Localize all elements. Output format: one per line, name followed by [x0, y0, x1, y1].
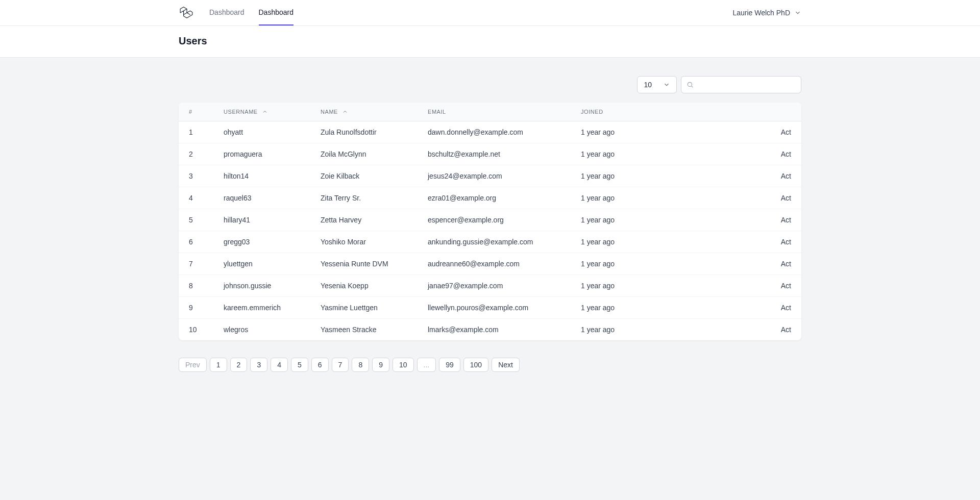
cell-action[interactable]: Act	[638, 165, 801, 187]
cell-action[interactable]: Act	[638, 143, 801, 165]
search-box[interactable]	[681, 76, 801, 93]
page-7[interactable]: 7	[332, 358, 349, 372]
table-row: 2promagueraZoila McGlynnbschultz@example…	[179, 143, 801, 165]
page-header: Users	[0, 26, 980, 58]
table-row: 9kareem.emmerichYasmine Luettgenllewelly…	[179, 297, 801, 319]
cell-index: 4	[179, 187, 214, 209]
cell-joined: 1 year ago	[572, 187, 638, 209]
cell-name: Yasmine Luettgen	[311, 297, 419, 319]
page-ellipsis: ...	[417, 358, 436, 372]
cell-index: 9	[179, 297, 214, 319]
cell-index: 1	[179, 121, 214, 143]
cell-action[interactable]: Act	[638, 253, 801, 275]
page-4[interactable]: 4	[271, 358, 288, 372]
cell-action[interactable]: Act	[638, 319, 801, 341]
page-9[interactable]: 9	[372, 358, 389, 372]
table-row: 10wlegrosYasmeen Strackelmarks@example.c…	[179, 319, 801, 341]
cell-index: 8	[179, 275, 214, 297]
cell-name: Zita Terry Sr.	[311, 187, 419, 209]
cell-username: hillary41	[214, 209, 311, 231]
page-5[interactable]: 5	[291, 358, 308, 372]
cell-joined: 1 year ago	[572, 143, 638, 165]
cell-index: 2	[179, 143, 214, 165]
nav-tab-dashboard-2[interactable]: Dashboard	[259, 0, 294, 26]
cell-email: bschultz@example.net	[419, 143, 572, 165]
svg-point-0	[688, 82, 692, 86]
cell-joined: 1 year ago	[572, 209, 638, 231]
th-index[interactable]: #	[179, 103, 214, 121]
cell-email: jesus24@example.com	[419, 165, 572, 187]
svg-line-1	[692, 86, 693, 88]
page-2[interactable]: 2	[230, 358, 248, 372]
page-size-select[interactable]: 10	[637, 76, 677, 93]
page-10[interactable]: 10	[393, 358, 414, 372]
cell-action[interactable]: Act	[638, 297, 801, 319]
table-row: 8johnson.gussieYesenia Koeppjanae97@exam…	[179, 275, 801, 297]
page-99[interactable]: 99	[439, 358, 460, 372]
user-menu-name: Laurie Welch PhD	[732, 9, 790, 17]
cell-username: promaguera	[214, 143, 311, 165]
page-size-value: 10	[644, 81, 652, 89]
cell-username: gregg03	[214, 231, 311, 253]
page-100[interactable]: 100	[463, 358, 488, 372]
page-8[interactable]: 8	[352, 358, 369, 372]
cell-joined: 1 year ago	[572, 297, 638, 319]
laravel-logo[interactable]	[179, 5, 194, 20]
cell-joined: 1 year ago	[572, 319, 638, 341]
user-menu[interactable]: Laurie Welch PhD	[732, 9, 801, 17]
cell-index: 7	[179, 253, 214, 275]
cell-index: 6	[179, 231, 214, 253]
cell-email: llewellyn.pouros@example.com	[419, 297, 572, 319]
top-nav: Dashboard Dashboard Laurie Welch PhD	[0, 0, 980, 26]
cell-name: Zoie Kilback	[311, 165, 419, 187]
cell-email: espencer@example.org	[419, 209, 572, 231]
cell-name: Yoshiko Morar	[311, 231, 419, 253]
cell-username: wlegros	[214, 319, 311, 341]
cell-index: 3	[179, 165, 214, 187]
cell-index: 5	[179, 209, 214, 231]
cell-action[interactable]: Act	[638, 209, 801, 231]
cell-email: janae97@example.com	[419, 275, 572, 297]
th-actions	[638, 103, 801, 121]
pagination: Prev 12345678910 ... 99100 Next	[179, 358, 801, 372]
cell-name: Zetta Harvey	[311, 209, 419, 231]
cell-username: kareem.emmerich	[214, 297, 311, 319]
table-row: 6gregg03Yoshiko Morarankunding.gussie@ex…	[179, 231, 801, 253]
cell-name: Yesenia Koepp	[311, 275, 419, 297]
page-prev[interactable]: Prev	[179, 358, 207, 372]
cell-email: audreanne60@example.com	[419, 253, 572, 275]
cell-action[interactable]: Act	[638, 275, 801, 297]
search-icon	[687, 81, 694, 88]
table-row: 4raquel63Zita Terry Sr.ezra01@example.or…	[179, 187, 801, 209]
cell-username: raquel63	[214, 187, 311, 209]
cell-action[interactable]: Act	[638, 231, 801, 253]
cell-email: lmarks@example.com	[419, 319, 572, 341]
cell-name: Zoila McGlynn	[311, 143, 419, 165]
cell-index: 10	[179, 319, 214, 341]
cell-action[interactable]: Act	[638, 121, 801, 143]
page-1[interactable]: 1	[210, 358, 227, 372]
users-table: # USERNAME NAME	[179, 103, 801, 340]
cell-joined: 1 year ago	[572, 121, 638, 143]
th-name-label: NAME	[321, 109, 338, 115]
cell-name: Yessenia Runte DVM	[311, 253, 419, 275]
page-next[interactable]: Next	[492, 358, 520, 372]
cell-joined: 1 year ago	[572, 275, 638, 297]
cell-username: johnson.gussie	[214, 275, 311, 297]
cell-username: hilton14	[214, 165, 311, 187]
table-row: 5hillary41Zetta Harveyespencer@example.o…	[179, 209, 801, 231]
page-title: Users	[179, 35, 801, 47]
th-joined[interactable]: JOINED	[572, 103, 638, 121]
page-3[interactable]: 3	[250, 358, 267, 372]
cell-action[interactable]: Act	[638, 187, 801, 209]
th-username[interactable]: USERNAME	[214, 103, 311, 121]
nav-tab-dashboard-1[interactable]: Dashboard	[209, 0, 244, 26]
users-table-card: # USERNAME NAME	[179, 103, 801, 340]
th-email[interactable]: EMAIL	[419, 103, 572, 121]
cell-name: Zula Runolfsdottir	[311, 121, 419, 143]
page-6[interactable]: 6	[311, 358, 329, 372]
nav-tabs: Dashboard Dashboard	[209, 0, 732, 26]
search-input[interactable]	[698, 81, 796, 89]
th-name[interactable]: NAME	[311, 103, 419, 121]
cell-joined: 1 year ago	[572, 253, 638, 275]
